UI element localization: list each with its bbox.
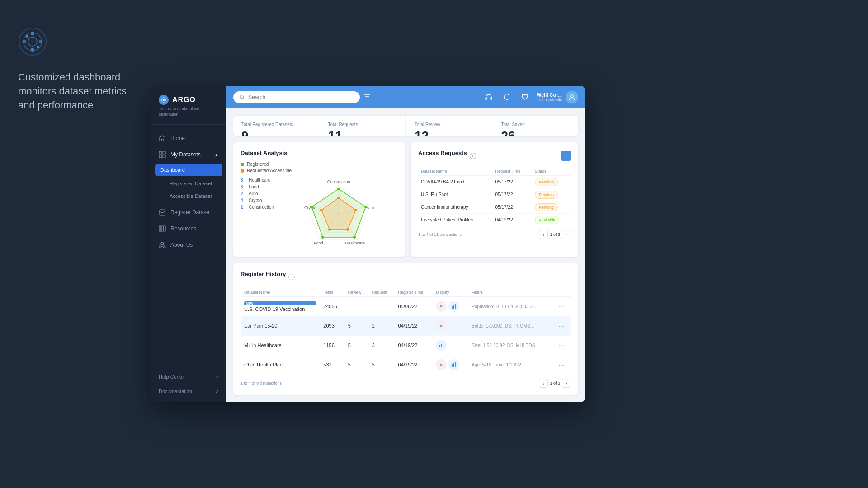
history-row-3-more[interactable]: ···	[555, 336, 571, 355]
access-pagination: 1 to 4 of 11 transactions ‹ 1 of 3 ›	[418, 230, 571, 239]
access-next-button[interactable]: ›	[562, 230, 571, 239]
my-datasets-chevron: ▲	[214, 152, 219, 157]
sidebar-nav: Home My Datasets ▲ Dashboard	[151, 125, 226, 366]
history-row-3-display	[432, 336, 468, 355]
map-cross-icon[interactable]	[436, 301, 447, 312]
analysis-legend: Registered Requested/Accessible	[241, 162, 397, 173]
stats-row: Total Registered Datasets 9 ▲ +2 than la…	[233, 116, 578, 136]
topbar-user[interactable]: Weill Cor... All academic	[537, 91, 578, 103]
history-row-4-review: 5	[344, 355, 368, 375]
topbar-heart-icon[interactable]	[519, 91, 531, 103]
my-datasets-icon	[159, 151, 166, 158]
map-cross-icon[interactable]	[436, 320, 447, 331]
svg-text:Food: Food	[314, 241, 323, 245]
history-row-2-more[interactable]: ···	[555, 316, 571, 336]
sidebar-item-about-us[interactable]: About Us	[151, 237, 226, 253]
stat-value-requests: 11	[328, 129, 397, 136]
history-pagination-info: 1 to 4 of 9 transactions	[241, 381, 282, 385]
sidebar-item-resources[interactable]: Resources	[151, 221, 226, 237]
map-cross-icon[interactable]	[436, 359, 447, 370]
chart-icon[interactable]	[436, 340, 447, 351]
history-page-current: 1 of 3	[550, 381, 560, 385]
history-row-1-more[interactable]: ···	[555, 297, 571, 316]
sidebar-item-registered-dataset[interactable]: Registered Dataset	[151, 177, 226, 190]
legend-dot-requested	[241, 169, 244, 173]
access-row-4-status: Available	[532, 214, 571, 226]
history-col-items: Items	[320, 288, 344, 297]
history-row-4-name: Child Health Plan	[241, 355, 320, 375]
about-us-icon	[159, 241, 166, 249]
sidebar-item-documentation[interactable]: Documentation ↗	[151, 384, 226, 399]
svg-point-30	[571, 95, 573, 98]
category-construction: 2 Construction	[241, 205, 274, 210]
access-pagination-btns: ‹ 1 of 3 ›	[539, 230, 571, 239]
svg-rect-13	[159, 151, 162, 154]
access-row-4-name: Encrypted Patient Profiles	[418, 214, 493, 226]
sidebar-bottom: Help Center ↗ Documentation ↗	[151, 366, 226, 402]
access-row-2-status: Pending	[532, 188, 571, 201]
access-col-name: Dataset Name	[418, 167, 493, 176]
access-prev-button[interactable]: ‹	[539, 230, 548, 239]
history-prev-button[interactable]: ‹	[539, 379, 548, 388]
chart-icon[interactable]	[448, 359, 459, 370]
history-row-3-time: 04/19/22	[395, 336, 432, 355]
search-input[interactable]	[248, 94, 354, 100]
access-row-3-time: 05/17/22	[493, 201, 532, 214]
sidebar-item-home[interactable]: Home	[151, 130, 226, 146]
home-label: Home	[170, 135, 185, 141]
svg-point-8	[37, 46, 39, 48]
brand-tagline: Customized dashboard monitors dataset me…	[18, 70, 133, 112]
register-history-info-icon[interactable]: i	[288, 274, 295, 280]
table-row: Encrypted Patient Profiles 04/19/22 Avai…	[418, 214, 571, 226]
stat-card-saved: Total Saved 26 ▲ +10 than last month	[493, 116, 579, 136]
svg-rect-14	[163, 151, 165, 154]
stat-card-registered: Total Registered Datasets 9 ▲ +2 than la…	[233, 116, 319, 136]
filter-button[interactable]	[360, 92, 374, 103]
svg-point-55	[320, 209, 323, 211]
search-icon	[240, 94, 245, 100]
sidebar-item-accessible-dataset[interactable]: Accessible Dataset	[151, 190, 226, 202]
dataset-analysis-card: Dataset Analysis Registered Requested/Ac…	[233, 142, 405, 257]
history-col-name: Dataset Name	[241, 288, 320, 297]
svg-rect-61	[455, 304, 456, 309]
access-row-2-name: U.S. Flu Shot	[418, 188, 493, 201]
search-box[interactable]	[233, 91, 360, 103]
sidebar-item-my-datasets[interactable]: My Datasets ▲	[151, 146, 226, 163]
history-col-actions	[555, 288, 571, 297]
register-history-title: Register History	[241, 271, 286, 277]
history-next-button[interactable]: ›	[562, 379, 571, 388]
svg-point-51	[337, 197, 340, 199]
history-row-4-more[interactable]: ···	[555, 355, 571, 375]
svg-rect-73	[455, 362, 456, 367]
status-badge: Pending	[535, 203, 558, 211]
topbar-user-role: All academic	[537, 98, 562, 102]
svg-rect-17	[159, 226, 161, 231]
access-requests-add-button[interactable]: +	[561, 151, 571, 161]
about-us-label: About Us	[170, 242, 193, 248]
access-requests-info-icon[interactable]: i	[470, 153, 476, 159]
analysis-left: 8 Healthcare 3 Food 2 Au	[241, 178, 274, 250]
resources-icon	[159, 225, 166, 232]
history-row-4-filters: Age: 5-18; Time: 1/10/22...	[468, 355, 555, 375]
analysis-content: 8 Healthcare 3 Food 2 Au	[241, 178, 397, 250]
table-row: ML in Healthcare 1156 5 3 04/19/22	[241, 336, 571, 355]
chart-icon[interactable]	[448, 301, 459, 312]
access-requests-title: Access Requests	[418, 150, 467, 156]
history-row-1-request: —	[368, 297, 395, 316]
sidebar-item-register-dataset[interactable]: Register Dataset	[151, 204, 226, 221]
svg-point-53	[346, 228, 349, 231]
access-row-1-time: 05/17/22	[493, 176, 532, 188]
history-row-1-items: 24556	[320, 297, 344, 316]
sidebar-item-help-center[interactable]: Help Center ↗	[151, 370, 226, 384]
sidebar: ARGO Your data marketplace destination H…	[151, 86, 226, 402]
topbar-bell-icon[interactable]	[500, 91, 513, 103]
sidebar-item-dashboard[interactable]: Dashboard	[155, 164, 222, 176]
stat-card-review: Total Review 12 ▲ +8 than last month	[406, 116, 492, 136]
svg-rect-15	[159, 155, 162, 158]
topbar-headphones-icon[interactable]	[482, 91, 495, 103]
svg-point-23	[240, 95, 243, 98]
history-row-3-request: 3	[368, 336, 395, 355]
topbar-user-name: Weill Cor...	[537, 92, 562, 98]
filter-icon	[363, 94, 371, 100]
history-row-2-request: 2	[368, 316, 395, 336]
